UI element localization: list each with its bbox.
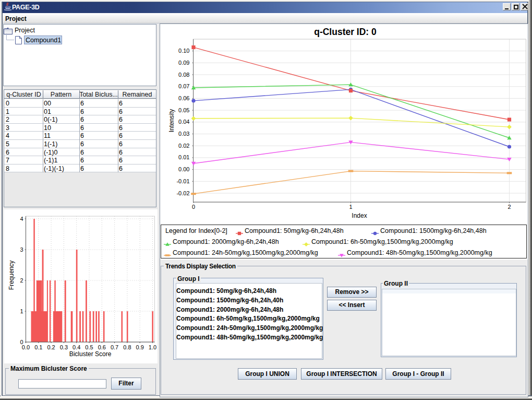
svg-text:2: 2 (20, 277, 23, 284)
svg-text:0.4: 0.4 (72, 344, 80, 350)
svg-text:0.0: 0.0 (22, 344, 30, 350)
svg-text:0.2: 0.2 (47, 344, 55, 350)
svg-text:2: 2 (507, 204, 511, 210)
svg-text:0.01: 0.01 (178, 154, 189, 160)
svg-text:0.10: 0.10 (178, 48, 189, 54)
svg-text:Bicluster Score: Bicluster Score (69, 350, 112, 358)
svg-text:0.7: 0.7 (111, 344, 118, 350)
svg-text:0.07: 0.07 (178, 83, 189, 89)
svg-text:1: 1 (20, 308, 23, 314)
svg-text:Intensity: Intensity (168, 109, 175, 133)
svg-text:0.00: 0.00 (178, 166, 189, 172)
svg-text:0.9: 0.9 (136, 344, 144, 350)
svg-text:0.05: 0.05 (178, 107, 189, 113)
svg-text:0.03: 0.03 (178, 131, 189, 137)
svg-text:q-Cluster ID: 0: q-Cluster ID: 0 (314, 27, 377, 37)
svg-text:0.3: 0.3 (60, 344, 68, 350)
svg-text:3: 3 (20, 246, 23, 253)
svg-text:Index: Index (352, 212, 367, 219)
svg-text:0.08: 0.08 (178, 72, 189, 78)
svg-text:0: 0 (192, 204, 195, 210)
svg-text:1.0: 1.0 (149, 344, 156, 350)
svg-text:0.5: 0.5 (85, 344, 93, 350)
svg-text:0.6: 0.6 (98, 344, 106, 350)
svg-text:0.04: 0.04 (178, 119, 189, 125)
svg-text:Frequency: Frequency (8, 261, 15, 290)
svg-text:0.02: 0.02 (178, 143, 189, 149)
svg-text:0.1: 0.1 (34, 344, 42, 350)
svg-text:1: 1 (349, 204, 352, 210)
svg-text:-0.02: -0.02 (176, 190, 189, 196)
svg-text:0.06: 0.06 (178, 95, 189, 101)
svg-text:4: 4 (20, 216, 23, 222)
svg-text:-0.01: -0.01 (176, 178, 189, 184)
svg-text:0.8: 0.8 (123, 344, 131, 350)
svg-text:0.09: 0.09 (178, 60, 189, 66)
